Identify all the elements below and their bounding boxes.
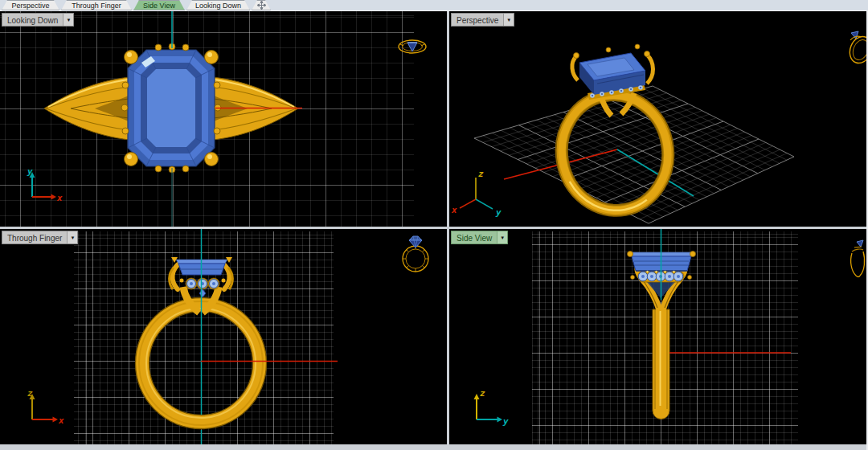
tab-looking-down[interactable]: Looking Down	[186, 0, 250, 10]
axis-label-x: x	[56, 193, 63, 203]
axis-label-y: y	[495, 207, 502, 218]
tab-label: Side View	[143, 2, 175, 10]
axis-indicator: z y	[474, 388, 510, 427]
chevron-down-icon[interactable]: ▼	[497, 231, 507, 243]
tab-pan-tool[interactable]	[252, 0, 271, 10]
diamond-glyph	[409, 236, 422, 248]
viewport-title-dropdown[interactable]: Through Finger ▼	[2, 231, 78, 244]
chevron-down-icon[interactable]: ▼	[67, 231, 77, 243]
axis-indicator: y x	[27, 166, 63, 203]
chevron-down-icon[interactable]: ▼	[63, 14, 73, 26]
axis-label-z: z	[480, 388, 485, 399]
axis-label-y: y	[27, 166, 33, 177]
ring-preview-icon	[851, 240, 865, 277]
viewport-title-dropdown[interactable]: Side View ▼	[451, 231, 508, 244]
looking-down-canvas: y x	[0, 11, 447, 227]
viewport-title: Looking Down	[2, 14, 63, 26]
tab-label: Looking Down	[195, 2, 241, 10]
tab-through-finger[interactable]: Through Finger	[61, 0, 132, 10]
viewport-title-dropdown[interactable]: Looking Down ▼	[2, 13, 74, 27]
viewport-title: Side View	[452, 231, 497, 243]
tab-label: Through Finger	[72, 2, 121, 10]
cad-application-window: Perspective Through Finger Side View Loo…	[0, 0, 868, 450]
chevron-down-icon[interactable]: ▼	[503, 14, 514, 26]
tab-side-view[interactable]: Side View	[133, 0, 185, 10]
tab-label: Perspective	[11, 2, 49, 10]
viewport-title: Through Finger	[2, 231, 67, 243]
viewport-tab-bar: Perspective Through Finger Side View Loo…	[0, 0, 868, 11]
pan-icon	[257, 1, 266, 10]
axis-label-z: z	[478, 169, 484, 179]
through-finger-canvas: z x	[0, 229, 447, 444]
axis-indicator: z x y	[451, 169, 502, 218]
ring-preview-icon	[403, 236, 428, 272]
viewport-title: Perspective	[452, 14, 503, 26]
axis-indicator: z x	[27, 388, 64, 426]
viewport-through-finger[interactable]: z x Through Finger ▼	[0, 229, 447, 444]
axis-label-z: z	[27, 388, 33, 399]
viewport-separator-horizontal[interactable]	[0, 227, 868, 229]
axis-label-y: y	[502, 416, 509, 427]
side-view-canvas: z y	[449, 229, 866, 444]
bottom-panel-edge	[0, 444, 868, 450]
axis-label-x: x	[58, 415, 64, 426]
center-stone-top-view	[128, 50, 215, 166]
viewport-looking-down[interactable]: y x Looking Down ▼	[0, 11, 447, 227]
viewport-title-dropdown[interactable]: Perspective ▼	[451, 13, 514, 27]
viewport-side-view[interactable]: z y Side View ▼	[449, 229, 866, 444]
tab-perspective[interactable]: Perspective	[2, 0, 59, 10]
axis-label-x: x	[451, 205, 457, 215]
viewport-perspective[interactable]: z x y Perspective ▼	[449, 11, 866, 227]
ring-preview-icon	[399, 40, 426, 53]
perspective-canvas: z x y	[449, 11, 866, 227]
ring-preview-icon	[846, 31, 866, 67]
